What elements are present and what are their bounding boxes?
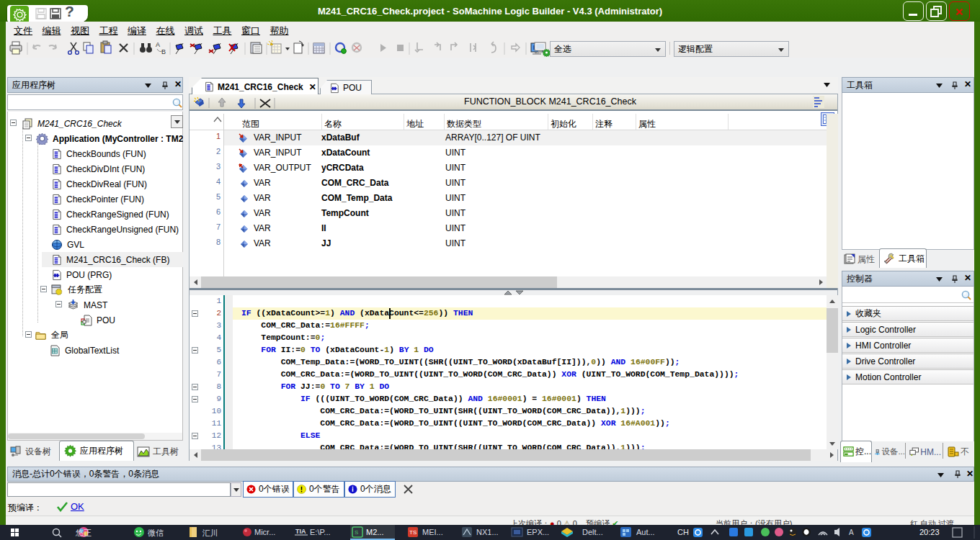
svg-text:TS: TS: [409, 529, 416, 536]
svg-text:CH: CH: [677, 528, 689, 536]
svg-text:S: S: [355, 529, 358, 536]
svg-text:A: A: [156, 41, 160, 48]
svg-text:B: B: [161, 48, 166, 55]
svg-text:TIA: TIA: [295, 528, 306, 535]
svg-text:A: A: [849, 528, 854, 536]
